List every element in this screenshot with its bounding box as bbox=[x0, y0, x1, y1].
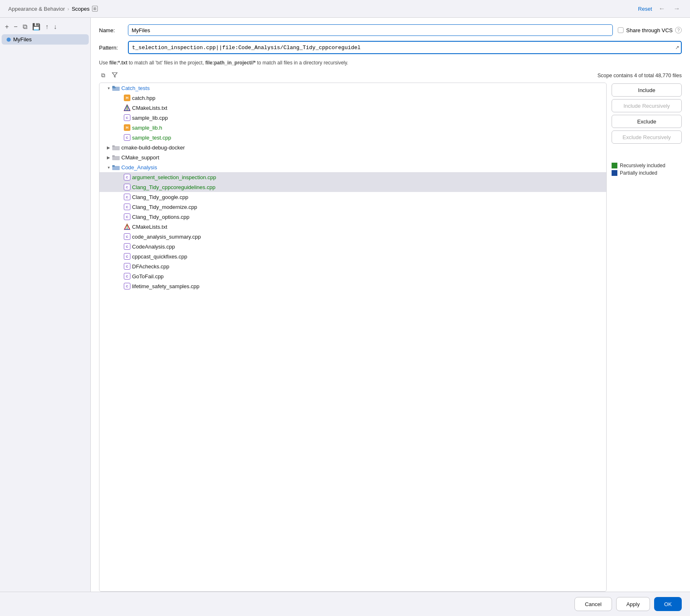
tree-row-dfachecks[interactable]: C DFAchecks.cpp bbox=[99, 261, 606, 271]
code-analysis-label: Code_Analysis bbox=[121, 164, 157, 171]
tree-row-cmakelists-catch[interactable]: CMakeLists.txt bbox=[99, 103, 606, 113]
clang-tidy-options-label: Clang_Tidy_options.cpp bbox=[132, 214, 189, 220]
tree-row-codeanalysis-cpp[interactable]: C CodeAnalysis.cpp bbox=[99, 242, 606, 251]
toggle-cmake-build[interactable]: ▶ bbox=[106, 145, 111, 150]
legend-recursively-label: Recursively included bbox=[620, 163, 665, 168]
gotofail-label: GoToFail.cpp bbox=[132, 273, 164, 280]
sidebar: + − ⧉ 💾 ↑ ↓ MyFiles bbox=[0, 18, 91, 592]
cpp-file-icon-13: C bbox=[124, 283, 130, 289]
scope-dot-icon bbox=[7, 38, 11, 42]
tree-row-code-analysis[interactable]: ▾ Code_Analysis bbox=[99, 162, 606, 172]
main-content: + − ⧉ 💾 ↑ ↓ MyFiles Name: Share through … bbox=[0, 18, 690, 592]
toggle-code-analysis[interactable]: ▾ bbox=[106, 165, 111, 170]
svg-rect-9 bbox=[112, 145, 115, 147]
remove-scope-button[interactable]: − bbox=[12, 23, 19, 31]
reset-button[interactable]: Reset bbox=[638, 6, 652, 12]
vcs-checkbox[interactable] bbox=[618, 27, 624, 33]
tree-row-clang-tidy-modernize[interactable]: C Clang_Tidy_modernize.cpp bbox=[99, 202, 606, 212]
legend: Recursively included Partially included bbox=[612, 163, 682, 181]
tree-row-catch-hpp[interactable]: H catch.hpp bbox=[99, 93, 606, 103]
sidebar-item-myfiles[interactable]: MyFiles bbox=[2, 34, 89, 45]
catch-tests-label: Catch_tests bbox=[121, 85, 150, 91]
toggle-cmake-support[interactable]: ▶ bbox=[106, 155, 111, 160]
clang-tidy-cpp-label: Clang_Tidy_cppcoreguidelines.cpp bbox=[132, 184, 215, 190]
breadcrumb: Appearance & Behavior › Scopes ⊞ bbox=[8, 6, 98, 12]
cmakelists-ca-label: CMakeLists.txt bbox=[132, 224, 167, 230]
cancel-button[interactable]: Cancel bbox=[574, 597, 612, 611]
folder-icon-code-analysis bbox=[112, 164, 120, 170]
bottom-bar: Cancel Apply OK bbox=[0, 592, 690, 616]
tree-row-sample-lib-cpp[interactable]: C sample_lib.cpp bbox=[99, 113, 606, 123]
folder-icon-cmake-build bbox=[112, 145, 120, 150]
legend-partially-included: Partially included bbox=[612, 170, 682, 176]
include-button[interactable]: Include bbox=[612, 83, 682, 97]
sidebar-item-label: MyFiles bbox=[13, 36, 32, 43]
right-panel: Name: Share through VCS ? Pattern: ↗ Use… bbox=[91, 18, 690, 592]
apply-button[interactable]: Apply bbox=[616, 597, 650, 611]
folder-icon-cmake-support bbox=[112, 154, 120, 160]
filter-icon bbox=[112, 72, 118, 78]
legend-recursively-included: Recursively included bbox=[612, 163, 682, 168]
tree-container[interactable]: ▾ Catch_tests H catch.hpp bbox=[99, 83, 607, 592]
toggle-catch-tests[interactable]: ▾ bbox=[106, 85, 111, 90]
nav-forward-button[interactable]: → bbox=[672, 5, 682, 12]
tree-row-clang-tidy-cpp[interactable]: C Clang_Tidy_cppcoreguidelines.cpp bbox=[99, 182, 606, 192]
pattern-row: Pattern: ↗ bbox=[99, 41, 682, 54]
ok-button[interactable]: OK bbox=[654, 597, 682, 611]
tree-row-sample-lib-h[interactable]: H sample_lib.h bbox=[99, 123, 606, 133]
code-analysis-summary-label: code_analysis_summary.cpp bbox=[132, 234, 201, 240]
add-scope-button[interactable]: + bbox=[3, 23, 10, 31]
dfachecks-label: DFAchecks.cpp bbox=[132, 263, 169, 270]
vcs-row: Share through VCS ? bbox=[618, 27, 682, 33]
nav-back-button[interactable]: ← bbox=[657, 5, 667, 12]
pattern-input[interactable] bbox=[128, 41, 682, 54]
tree-row-code-analysis-summary[interactable]: C code_analysis_summary.cpp bbox=[99, 232, 606, 242]
exclude-recursively-button[interactable]: Exclude Recursively bbox=[612, 130, 682, 144]
cpp-file-icon-10: C bbox=[124, 253, 130, 260]
sidebar-toolbar: + − ⧉ 💾 ↑ ↓ bbox=[0, 21, 90, 34]
tree-row-clang-tidy-options[interactable]: C Clang_Tidy_options.cpp bbox=[99, 212, 606, 222]
legend-blue-box bbox=[612, 170, 617, 176]
save-scope-button[interactable]: 💾 bbox=[31, 23, 42, 31]
cmake-support-label: CMake_support bbox=[121, 154, 159, 161]
tree-row-cppcast-quickfixes[interactable]: C cppcast_quickfixes.cpp bbox=[99, 251, 606, 261]
move-up-button[interactable]: ↑ bbox=[44, 23, 50, 31]
move-down-button[interactable]: ↓ bbox=[52, 23, 59, 31]
cpp-file-icon-4: C bbox=[124, 184, 130, 190]
name-input[interactable] bbox=[128, 24, 613, 36]
h-file-icon: H bbox=[124, 95, 130, 101]
tree-row-cmake-support[interactable]: ▶ CMake_support bbox=[99, 152, 606, 162]
tree-row-lifetime-safety[interactable]: C lifetime_safety_samples.cpp bbox=[99, 281, 606, 291]
filter-tree-button[interactable] bbox=[110, 71, 120, 80]
clang-tidy-google-label: Clang_Tidy_google.cpp bbox=[132, 194, 188, 200]
catch-hpp-label: catch.hpp bbox=[132, 95, 155, 101]
legend-partially-label: Partially included bbox=[620, 170, 657, 176]
vcs-label: Share through VCS bbox=[626, 27, 673, 33]
sample-lib-cpp-label: sample_lib.cpp bbox=[132, 115, 168, 121]
hint-bold-1: file:*.txt bbox=[109, 60, 128, 66]
tree-row-gotofail[interactable]: C GoToFail.cpp bbox=[99, 271, 606, 281]
buttons-panel: Include Include Recursively Exclude Excl… bbox=[612, 83, 682, 592]
legend-green-box bbox=[612, 163, 617, 168]
tree-toolbar: ⧉ Scope contains 4 of total 48,770 files bbox=[99, 71, 682, 80]
copy-scope-button[interactable]: ⧉ bbox=[21, 23, 29, 31]
exclude-button[interactable]: Exclude bbox=[612, 115, 682, 128]
title-bar-actions: Reset ← → bbox=[638, 5, 682, 12]
cmake-file-icon-2 bbox=[124, 223, 130, 230]
title-bar: Appearance & Behavior › Scopes ⊞ Reset ←… bbox=[0, 0, 690, 18]
tree-row-arg-selection[interactable]: C argument_selection_inspection.cpp bbox=[99, 172, 606, 182]
include-recursively-button[interactable]: Include Recursively bbox=[612, 99, 682, 112]
breadcrumb-separator: › bbox=[67, 6, 69, 12]
expand-icon[interactable]: ↗ bbox=[675, 45, 679, 50]
help-icon[interactable]: ? bbox=[675, 27, 682, 33]
tree-row-clang-tidy-google[interactable]: C Clang_Tidy_google.cpp bbox=[99, 192, 606, 202]
copy-tree-button[interactable]: ⧉ bbox=[99, 71, 107, 80]
tree-row-cmake-build[interactable]: ▶ cmake-build-debug-docker bbox=[99, 142, 606, 152]
tree-row-catch-tests[interactable]: ▾ Catch_tests bbox=[99, 83, 606, 93]
codeanalysis-cpp-label: CodeAnalysis.cpp bbox=[132, 244, 175, 250]
sample-lib-h-label: sample_lib.h bbox=[132, 125, 162, 131]
tree-row-sample-test-cpp[interactable]: C sample_test.cpp bbox=[99, 133, 606, 142]
scopes-label: Scopes bbox=[72, 6, 90, 12]
cpp-file-icon-8: C bbox=[124, 233, 130, 240]
tree-row-cmakelists-ca[interactable]: CMakeLists.txt bbox=[99, 222, 606, 232]
